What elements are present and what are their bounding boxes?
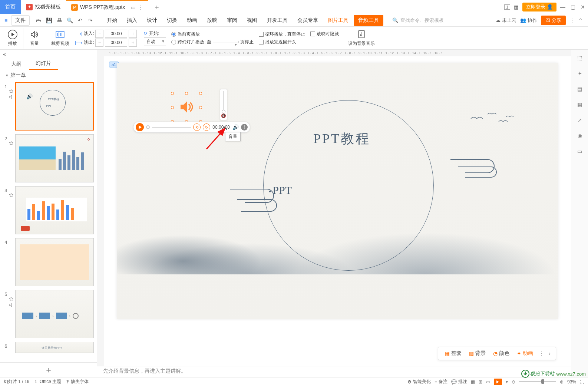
- save-icon[interactable]: 💾: [44, 16, 53, 25]
- slideshow-dropdown-icon[interactable]: ▾: [506, 379, 508, 385]
- radio-current-page[interactable]: 当前页播放: [171, 31, 254, 37]
- seek-handle[interactable]: [146, 125, 150, 129]
- page-indicator[interactable]: 幻灯片 1 / 19: [4, 379, 29, 385]
- notes-toggle[interactable]: ≡备注: [435, 379, 447, 385]
- resize-handle[interactable]: [171, 92, 174, 95]
- zoom-in-icon[interactable]: ⊕: [560, 379, 564, 385]
- rail-select-icon[interactable]: ⬚: [575, 53, 584, 62]
- minimize-icon[interactable]: —: [560, 4, 565, 10]
- tab-templates[interactable]: ✦ 找稻壳模板: [21, 0, 66, 14]
- thumbnail-1[interactable]: PPT教程 ·PPT 🔊: [15, 82, 94, 131]
- tab-picture-tools[interactable]: 图片工具: [323, 15, 353, 26]
- view-normal-icon[interactable]: ▦: [471, 379, 475, 385]
- view-reading-icon[interactable]: ▭: [486, 379, 490, 385]
- fadeout-plus[interactable]: +: [129, 39, 137, 47]
- maximize-icon[interactable]: ▢: [571, 4, 575, 10]
- player-volume-button[interactable]: 🔊: [232, 124, 239, 131]
- volume-button[interactable]: 音量: [27, 29, 42, 47]
- seek-bar[interactable]: [152, 127, 191, 128]
- tab-transition[interactable]: 切换: [162, 15, 182, 26]
- thumbnail-2[interactable]: [15, 134, 94, 182]
- panel-tab-slides[interactable]: 幻灯片: [29, 58, 58, 70]
- action-color[interactable]: ◔颜色: [490, 349, 512, 357]
- rail-sparkle-icon[interactable]: ✦: [575, 69, 584, 78]
- checkbox-loop[interactable]: 循环播放，直至停止: [259, 31, 305, 37]
- view-sorter-icon[interactable]: ⊞: [479, 379, 482, 385]
- fadeout-minus[interactable]: −: [95, 39, 103, 47]
- slide-stage[interactable]: a1 a1 PPT教程 PPT: [104, 56, 571, 366]
- panel-collapse-icon[interactable]: «: [3, 51, 6, 57]
- action-arrange[interactable]: ▦整套: [442, 349, 465, 357]
- checkbox-rewind[interactable]: 播放完返回开头: [259, 39, 305, 45]
- undo-icon[interactable]: ↶: [76, 16, 85, 25]
- fadein-minus[interactable]: −: [95, 30, 103, 38]
- tab-doc-menu-icon[interactable]: ▭: [131, 4, 136, 10]
- print-preview-icon[interactable]: 🔍: [65, 16, 74, 25]
- more-menu-icon[interactable]: ⋮: [569, 17, 575, 23]
- start-mode-dropdown[interactable]: 自动: [144, 37, 166, 46]
- fadeout-value[interactable]: 00.00: [105, 39, 127, 47]
- rail-tablet-icon[interactable]: ▭: [575, 147, 584, 156]
- volume-handle[interactable]: [222, 110, 225, 113]
- fit-icon[interactable]: ⛶: [580, 379, 584, 385]
- rail-share-icon[interactable]: ↗: [575, 116, 584, 125]
- tab-review[interactable]: 审阅: [222, 15, 242, 26]
- resize-handle[interactable]: [199, 106, 202, 109]
- tab-start[interactable]: 开始: [102, 15, 122, 26]
- volume-slider-popup[interactable]: 🔇: [220, 89, 227, 120]
- radio-cross-slides[interactable]: 跨幻灯片播放: 至 页停止: [171, 39, 254, 45]
- player-play-button[interactable]: [136, 123, 144, 131]
- trim-audio-button[interactable]: 裁剪音频: [49, 29, 71, 47]
- bgm-button[interactable]: 设为背景音乐: [346, 29, 377, 47]
- rail-location-icon[interactable]: ◉: [575, 131, 584, 140]
- tab-insert[interactable]: 插入: [122, 15, 142, 26]
- file-menu-button[interactable]: 文件: [11, 15, 30, 26]
- missing-font[interactable]: Ŧ缺失字体: [66, 379, 88, 385]
- apps-grid-icon[interactable]: ▦: [514, 4, 519, 10]
- thumbnail-6[interactable]: 这里是示例PPT: [15, 342, 94, 353]
- zoom-slider[interactable]: [519, 381, 556, 382]
- slide-canvas[interactable]: PPT教程 PPT: [117, 63, 558, 319]
- collab-button[interactable]: 👥协作: [520, 17, 537, 24]
- print-icon[interactable]: 🖶: [55, 16, 64, 25]
- tab-add[interactable]: ＋: [148, 3, 165, 11]
- window-count-icon[interactable]: 1: [504, 4, 510, 10]
- resize-handle[interactable]: [185, 92, 188, 95]
- slide-title[interactable]: PPT教程: [313, 130, 370, 148]
- resize-handle[interactable]: [199, 92, 202, 95]
- rail-layout-icon[interactable]: ▦: [575, 100, 584, 109]
- redo-icon[interactable]: ↷: [86, 16, 95, 25]
- add-slide-button[interactable]: ＋: [0, 362, 97, 377]
- action-animation[interactable]: ✦动画: [514, 349, 536, 357]
- play-button[interactable]: 播放: [5, 29, 20, 47]
- zoom-handle[interactable]: [541, 379, 544, 384]
- info-button[interactable]: !: [241, 124, 248, 131]
- tab-slideshow[interactable]: 放映: [202, 15, 222, 26]
- login-button[interactable]: 立即登录 👤: [522, 3, 556, 11]
- thumbnail-4[interactable]: [15, 238, 94, 286]
- action-background[interactable]: ▧背景: [466, 349, 489, 357]
- tab-design[interactable]: 设计: [142, 15, 162, 26]
- resize-handle[interactable]: [171, 106, 174, 109]
- zoom-out-icon[interactable]: ⊖: [512, 379, 515, 385]
- thumbnail-3[interactable]: [15, 186, 94, 234]
- tab-doc-pin-icon[interactable]: ⋮: [138, 4, 143, 10]
- thumbnail-5[interactable]: ›››: [15, 290, 94, 338]
- checkbox-hide[interactable]: 放映时隐藏: [310, 31, 339, 37]
- tab-document[interactable]: P WPS PPT教程.pptx ▭ ⋮: [66, 0, 148, 14]
- tab-home[interactable]: 首页: [0, 0, 21, 14]
- slideshow-button[interactable]: [494, 379, 502, 385]
- tab-dev[interactable]: 开发工具: [262, 15, 292, 26]
- audio-object[interactable]: [172, 93, 201, 122]
- tab-view[interactable]: 视图: [242, 15, 262, 26]
- skip-back-button[interactable]: ⟲: [193, 123, 201, 131]
- collapse-ribbon-icon[interactable]: ⌃: [578, 17, 583, 23]
- tab-animation[interactable]: 动画: [182, 15, 202, 26]
- fadein-plus[interactable]: +: [129, 30, 137, 38]
- float-more-icon[interactable]: ⋮: [538, 350, 546, 356]
- hamburger-icon[interactable]: ≡: [2, 16, 10, 25]
- open-icon[interactable]: 🗁: [34, 16, 43, 25]
- share-button[interactable]: ⮹分享: [541, 16, 566, 25]
- chapter-header[interactable]: 第一章: [0, 70, 97, 81]
- beautify-button[interactable]: ⚙智能美化: [407, 379, 431, 385]
